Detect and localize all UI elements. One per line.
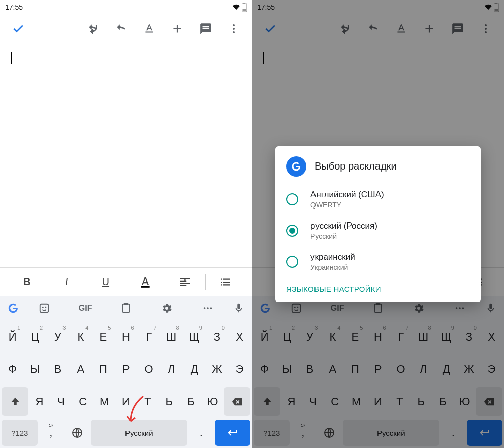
text-format-button[interactable] bbox=[135, 15, 163, 43]
phone-right: 17:55 B I U GIF bbox=[252, 0, 504, 448]
comma-key[interactable]: ,☺ bbox=[39, 420, 64, 446]
backspace-key[interactable] bbox=[224, 387, 250, 416]
keyboard-row-1: Й1Ц2У3К4Е5Н6Г7Ш8Щ9З0Х bbox=[0, 321, 252, 353]
align-button[interactable] bbox=[165, 268, 205, 296]
status-bar: 17:55 bbox=[0, 0, 252, 14]
underline-button[interactable]: U bbox=[86, 268, 125, 296]
gif-button[interactable]: GIF bbox=[65, 296, 106, 321]
option-title: русский (Россия) bbox=[310, 221, 377, 231]
letter-key[interactable]: У3 bbox=[47, 323, 69, 351]
option-title: украинский bbox=[310, 252, 355, 262]
done-button[interactable] bbox=[4, 15, 32, 43]
letter-key[interactable]: Р bbox=[115, 355, 137, 383]
letter-key[interactable]: Г7 bbox=[138, 323, 160, 351]
svg-rect-1 bbox=[243, 3, 245, 4]
letter-key[interactable]: Ц2 bbox=[24, 323, 46, 351]
letter-key[interactable]: К4 bbox=[70, 323, 91, 351]
option-title: Английский (США) bbox=[310, 190, 384, 200]
letter-key[interactable]: Ю bbox=[202, 387, 223, 416]
letter-key[interactable]: Ж bbox=[206, 355, 228, 383]
letter-key[interactable]: Э bbox=[229, 355, 250, 383]
layout-option[interactable]: украинский Украинский bbox=[275, 246, 481, 277]
period-key[interactable]: . bbox=[188, 420, 214, 446]
italic-button[interactable]: I bbox=[46, 268, 86, 296]
status-icons bbox=[232, 3, 247, 12]
mic-button[interactable] bbox=[228, 296, 250, 321]
gboard-icon bbox=[286, 156, 306, 177]
keyboard-row-3: ЯЧСМИТЬБЮ bbox=[0, 385, 252, 418]
layout-option[interactable]: русский (Россия) Русский bbox=[275, 215, 481, 246]
document-editor[interactable] bbox=[0, 43, 252, 267]
shift-key[interactable] bbox=[2, 387, 28, 416]
clipboard-button[interactable] bbox=[106, 296, 147, 321]
letter-key[interactable]: Ш8 bbox=[161, 323, 182, 351]
svg-rect-10 bbox=[123, 304, 130, 313]
letter-key[interactable]: П bbox=[92, 355, 114, 383]
letter-key[interactable]: И bbox=[116, 387, 137, 416]
undo-button[interactable] bbox=[79, 15, 107, 43]
wifi-icon bbox=[232, 4, 241, 11]
letter-key[interactable]: Я bbox=[29, 387, 50, 416]
app-toolbar bbox=[0, 14, 252, 43]
svg-point-12 bbox=[203, 307, 205, 309]
letter-key[interactable]: Й1 bbox=[2, 323, 23, 351]
sticker-button[interactable] bbox=[24, 296, 65, 321]
svg-rect-11 bbox=[124, 303, 128, 305]
svg-point-9 bbox=[45, 307, 47, 308]
add-button[interactable] bbox=[163, 15, 192, 43]
svg-rect-6 bbox=[141, 286, 149, 287]
letter-key[interactable]: З0 bbox=[206, 323, 228, 351]
svg-point-13 bbox=[207, 307, 209, 309]
symbols-key[interactable]: ?123 bbox=[2, 420, 38, 446]
enter-key[interactable] bbox=[215, 420, 251, 446]
svg-point-14 bbox=[210, 307, 212, 309]
letter-key[interactable]: Х bbox=[229, 323, 250, 351]
letter-key[interactable]: Е5 bbox=[92, 323, 114, 351]
letter-key[interactable]: Ф bbox=[2, 355, 23, 383]
letter-key[interactable]: Б bbox=[180, 387, 201, 416]
letter-key[interactable]: С bbox=[73, 387, 93, 416]
letter-key[interactable]: М bbox=[94, 387, 115, 416]
text-cursor bbox=[11, 52, 12, 64]
letter-key[interactable]: Н6 bbox=[115, 323, 137, 351]
radio-icon bbox=[286, 225, 298, 237]
text-color-button[interactable] bbox=[125, 268, 165, 296]
option-subtitle: Русский bbox=[310, 232, 377, 240]
more-button[interactable] bbox=[187, 296, 228, 321]
list-button[interactable] bbox=[206, 268, 245, 296]
letter-key[interactable]: Ь bbox=[159, 387, 179, 416]
letter-key[interactable]: Т bbox=[137, 387, 158, 416]
layout-dialog: Выбор раскладки Английский (США) QWERTY … bbox=[275, 146, 481, 302]
letter-key[interactable]: Щ9 bbox=[183, 323, 205, 351]
language-key[interactable] bbox=[65, 420, 90, 446]
letter-key[interactable]: А bbox=[70, 355, 91, 383]
keyboard: GIF Й1Ц2У3К4Е5Н6Г7Ш8Щ9З0Х ФЫВАПРОЛДЖЭ ЯЧ… bbox=[0, 296, 252, 448]
comment-button[interactable] bbox=[192, 15, 220, 43]
letter-key[interactable]: Д bbox=[183, 355, 205, 383]
svg-point-5 bbox=[233, 31, 235, 33]
dialog-title: Выбор раскладки bbox=[314, 160, 397, 172]
bold-button[interactable]: B bbox=[7, 268, 46, 296]
language-settings-button[interactable]: ЯЗЫКОВЫЕ НАСТРОЙКИ bbox=[275, 277, 481, 294]
svg-rect-7 bbox=[40, 304, 49, 313]
svg-point-3 bbox=[233, 24, 235, 26]
letter-key[interactable]: Ы bbox=[24, 355, 46, 383]
spacebar-key[interactable]: Русский bbox=[91, 420, 188, 446]
letter-key[interactable]: В bbox=[47, 355, 69, 383]
radio-icon bbox=[286, 256, 298, 268]
letter-key[interactable]: Ч bbox=[51, 387, 72, 416]
overflow-button[interactable] bbox=[220, 15, 248, 43]
settings-button[interactable] bbox=[146, 296, 187, 321]
phone-left: 17:55 B I U GIF bbox=[0, 0, 252, 448]
letter-key[interactable]: О bbox=[138, 355, 160, 383]
layout-option[interactable]: Английский (США) QWERTY bbox=[275, 184, 481, 215]
option-subtitle: QWERTY bbox=[310, 201, 384, 209]
redo-button[interactable] bbox=[107, 15, 135, 43]
keyboard-row-bottom: ?123 ,☺ Русский . bbox=[0, 418, 252, 448]
suggestion-strip: GIF bbox=[0, 296, 252, 321]
letter-key[interactable]: Л bbox=[161, 355, 182, 383]
modal-overlay[interactable]: Выбор раскладки Английский (США) QWERTY … bbox=[252, 0, 504, 448]
svg-point-4 bbox=[233, 28, 235, 30]
svg-rect-2 bbox=[243, 9, 246, 11]
google-icon[interactable] bbox=[2, 296, 24, 321]
